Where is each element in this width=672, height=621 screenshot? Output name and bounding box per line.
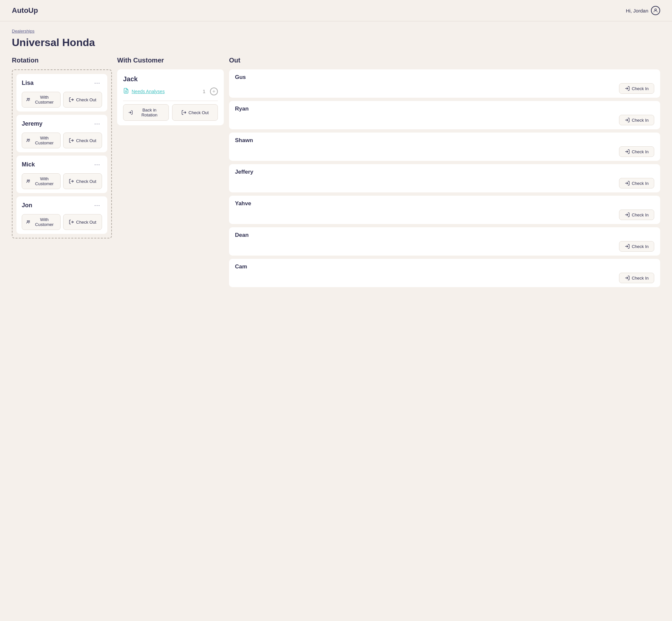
rotation-list: Lisa ⋯ With Customer: [12, 70, 112, 239]
jon-check-out-label: Check Out: [76, 220, 96, 225]
rotation-card-mick: Mick ⋯ With Customer: [16, 156, 107, 193]
rotation-card-jeremy: Jeremy ⋯ With Customer: [16, 115, 107, 152]
checkin-icon-yahve: [625, 212, 630, 217]
rotation-card-jon-menu[interactable]: ⋯: [92, 201, 102, 210]
out-column-header: Out: [229, 56, 660, 64]
cam-checkin-label: Check In: [632, 276, 648, 281]
dean-checkin-button[interactable]: Check In: [619, 241, 654, 252]
jeremy-check-out-button[interactable]: Check Out: [63, 132, 102, 148]
jeremy-with-customer-button[interactable]: With Customer: [22, 132, 61, 148]
jack-check-out-label: Check Out: [189, 110, 209, 115]
checkin-icon-dean: [625, 244, 630, 249]
rotation-column-header: Rotation: [12, 56, 112, 64]
svg-point-1: [27, 98, 28, 99]
jon-check-out-button[interactable]: Check Out: [63, 214, 102, 230]
rotation-card-lisa-header: Lisa ⋯: [22, 79, 102, 87]
rotation-card-lisa-menu[interactable]: ⋯: [92, 79, 102, 87]
jack-check-out-button[interactable]: Check Out: [172, 104, 218, 121]
mick-with-customer-button[interactable]: With Customer: [22, 173, 61, 189]
out-card-gus: Gus Check In: [229, 70, 660, 98]
rotation-card-jon: Jon ⋯ With Customer: [16, 196, 107, 234]
svg-point-10: [27, 221, 28, 222]
check-out-icon-jon: [69, 219, 74, 225]
cam-checkin-button[interactable]: Check In: [619, 273, 654, 283]
add-analysis-button[interactable]: +: [210, 87, 218, 95]
checkin-icon-jeffery: [625, 180, 630, 186]
out-person-name-cam: Cam: [229, 259, 660, 270]
customer-card-actions: Back in Rotation Check Out: [123, 104, 218, 121]
rotation-card-jon-header: Jon ⋯: [22, 201, 102, 210]
user-avatar-icon[interactable]: [651, 6, 660, 15]
with-customer-column-header: With Customer: [117, 56, 224, 64]
rotation-person-name-lisa: Lisa: [22, 80, 34, 86]
rotation-person-name-mick: Mick: [22, 161, 35, 168]
jeffery-checkin-label: Check In: [632, 181, 648, 186]
with-customer-icon-jeremy: [26, 138, 31, 143]
app-logo: AutoUp: [12, 6, 38, 15]
out-column: Out Gus Check In Ryan: [229, 56, 660, 290]
needs-analyses-icon: [123, 88, 129, 95]
needs-analyses-link[interactable]: Needs Analyses: [132, 89, 200, 94]
dean-checkin-label: Check In: [632, 244, 648, 249]
analysis-row: Needs Analyses 1 +: [123, 87, 218, 95]
customer-card-jack: Jack Needs Analyses 1 +: [117, 70, 224, 125]
jeremy-check-out-label: Check Out: [76, 138, 96, 143]
header: AutoUp Hi, Jordan: [0, 0, 672, 22]
out-card-cam: Cam Check In: [229, 259, 660, 287]
user-greeting[interactable]: Hi, Jordan: [626, 6, 660, 15]
ryan-checkin-label: Check In: [632, 118, 648, 123]
jeffery-checkin-button[interactable]: Check In: [619, 178, 654, 189]
rotation-person-name-jeremy: Jeremy: [22, 120, 42, 127]
customer-name-jack: Jack: [123, 75, 218, 83]
out-person-name-shawn: Shawn: [229, 132, 660, 144]
back-in-rotation-label: Back in Rotation: [135, 108, 164, 117]
rotation-card-jeremy-menu[interactable]: ⋯: [92, 119, 102, 128]
svg-point-2: [29, 98, 30, 99]
page-title: Universal Honda: [0, 35, 672, 56]
lisa-check-out-label: Check Out: [76, 97, 96, 102]
check-out-icon-mick: [69, 178, 74, 184]
rotation-card-mick-header: Mick ⋯: [22, 160, 102, 169]
svg-point-11: [29, 221, 30, 222]
checkin-icon-cam: [625, 275, 630, 281]
lisa-check-out-button[interactable]: Check Out: [63, 92, 102, 108]
out-card-yahve: Yahve Check In: [229, 196, 660, 224]
check-out-icon-lisa: [69, 97, 74, 102]
svg-point-5: [29, 139, 30, 140]
lisa-with-customer-label: With Customer: [33, 95, 56, 105]
svg-point-0: [655, 9, 656, 10]
rotation-card-lisa: Lisa ⋯ With Customer: [16, 74, 107, 112]
main-content: Rotation Lisa ⋯ With Cus: [0, 56, 672, 290]
out-person-name-gus: Gus: [229, 70, 660, 81]
ryan-checkin-button[interactable]: Check In: [619, 115, 654, 125]
out-card-jeffery: Jeffery Check In: [229, 164, 660, 193]
rotation-card-jon-actions: With Customer Check Out: [22, 214, 102, 230]
with-customer-icon-jon: [26, 219, 31, 225]
yahve-checkin-button[interactable]: Check In: [619, 210, 654, 220]
gus-checkin-label: Check In: [632, 86, 648, 91]
jon-with-customer-label: With Customer: [33, 217, 56, 227]
analysis-count: 1: [203, 89, 205, 94]
out-checkin-row-gus: Check In: [229, 81, 660, 98]
jeremy-with-customer-label: With Customer: [33, 135, 56, 146]
out-checkin-row-jeffery: Check In: [229, 175, 660, 193]
shawn-checkin-label: Check In: [632, 149, 648, 154]
out-card-ryan: Ryan Check In: [229, 101, 660, 129]
check-out-icon-jack: [181, 110, 187, 115]
gus-checkin-button[interactable]: Check In: [619, 83, 654, 94]
back-in-rotation-button[interactable]: Back in Rotation: [123, 104, 169, 121]
check-out-icon-jeremy: [69, 138, 74, 143]
out-checkin-row-ryan: Check In: [229, 112, 660, 129]
lisa-with-customer-button[interactable]: With Customer: [22, 92, 61, 108]
dealerships-breadcrumb-link[interactable]: Dealerships: [12, 29, 35, 34]
out-person-name-jeffery: Jeffery: [229, 164, 660, 175]
mick-with-customer-label: With Customer: [33, 176, 56, 186]
mick-check-out-button[interactable]: Check Out: [63, 173, 102, 189]
rotation-person-name-jon: Jon: [22, 202, 32, 209]
back-in-rotation-icon: [128, 110, 133, 115]
breadcrumb: Dealerships: [0, 22, 672, 35]
svg-point-7: [27, 180, 28, 181]
shawn-checkin-button[interactable]: Check In: [619, 147, 654, 157]
rotation-card-mick-menu[interactable]: ⋯: [92, 160, 102, 169]
jon-with-customer-button[interactable]: With Customer: [22, 214, 61, 230]
